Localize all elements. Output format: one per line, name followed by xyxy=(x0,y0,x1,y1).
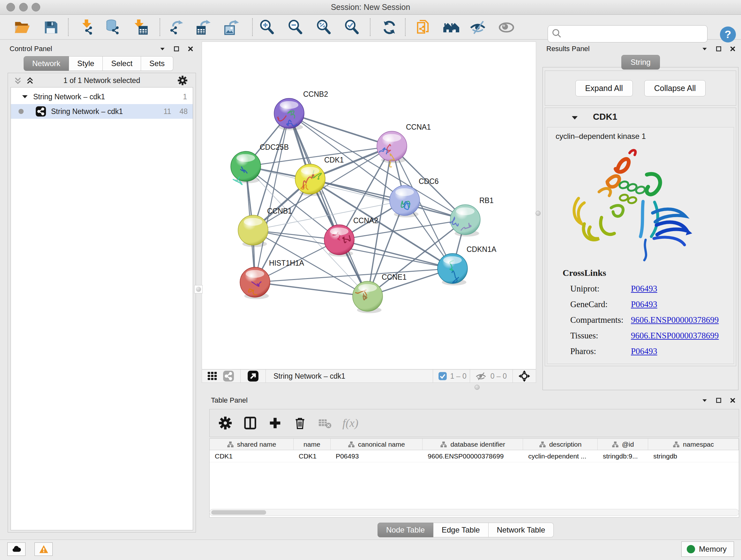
export-image-button[interactable] xyxy=(223,19,241,36)
table-row[interactable]: CDK1CDK1P064939606.ENSP00000378699cyclin… xyxy=(210,450,739,462)
network-node-CDC25B[interactable]: CDC25B xyxy=(231,143,289,185)
crosslinks-heading: CrossLinks xyxy=(562,268,734,278)
crosslink-label: GeneCard: xyxy=(570,300,631,309)
network-edge[interactable] xyxy=(255,268,453,282)
panel-menu-icon[interactable] xyxy=(159,45,166,52)
add-column-icon[interactable] xyxy=(268,416,282,430)
column-header-database-identifier[interactable]: database identifier xyxy=(422,439,523,450)
column-header-canonical-name[interactable]: canonical name xyxy=(331,439,423,450)
network-options-gear-icon[interactable] xyxy=(177,75,188,86)
crosslink-link[interactable]: P06493 xyxy=(631,347,657,356)
grid-mode-icon[interactable] xyxy=(207,371,218,381)
search-field[interactable] xyxy=(548,25,708,43)
tab-sets[interactable]: Sets xyxy=(141,56,173,71)
tab-select[interactable]: Select xyxy=(103,56,141,71)
warnings-button[interactable] xyxy=(35,543,53,556)
export-network-button[interactable] xyxy=(168,19,186,36)
collection-expander-icon[interactable] xyxy=(21,93,29,101)
network-edge[interactable] xyxy=(255,282,367,296)
show-columns-icon[interactable] xyxy=(243,416,258,430)
table-horizontal-scrollbar[interactable] xyxy=(209,509,739,516)
table-cell: cyclin-dependent ... xyxy=(523,450,598,462)
network-edge[interactable] xyxy=(310,179,465,220)
detach-view-icon[interactable] xyxy=(247,370,259,382)
network-node-RB1[interactable]: RB1 xyxy=(450,196,494,237)
network-edge[interactable] xyxy=(289,113,392,146)
delete-column-trash-icon[interactable] xyxy=(293,416,307,430)
search-input[interactable] xyxy=(562,30,707,38)
network-node-CDK1[interactable]: CDK1 xyxy=(295,156,344,196)
column-header-@id[interactable]: @id xyxy=(598,439,648,450)
column-header-description[interactable]: description xyxy=(523,439,598,450)
panel-menu-icon[interactable] xyxy=(701,397,708,404)
apply-layout-button[interactable] xyxy=(381,19,398,36)
collapse-all-button[interactable]: Collapse All xyxy=(644,80,706,97)
crosslink-link[interactable]: P06493 xyxy=(631,300,657,309)
tab-network[interactable]: Network xyxy=(23,56,69,71)
birdseye-navigator-icon[interactable] xyxy=(518,370,531,382)
import-network-from-file-button[interactable] xyxy=(78,19,96,36)
panel-close-icon[interactable] xyxy=(729,45,736,52)
tab-network-table[interactable]: Network Table xyxy=(488,523,554,537)
network-edge[interactable] xyxy=(289,113,367,296)
column-header-namespac[interactable]: namespac xyxy=(648,439,739,450)
horizontal-splitter-handle[interactable] xyxy=(475,385,480,390)
edge-layer xyxy=(246,113,465,296)
hide-selected-button[interactable] xyxy=(469,19,487,36)
zoomfit-icon xyxy=(315,19,333,36)
tab-node-table[interactable]: Node Table xyxy=(378,523,433,537)
tab-edge-table[interactable]: Edge Table xyxy=(433,523,488,537)
network-canvas[interactable]: CCNB2 CCNA1 CDC25B CDK1 CDC6 RB1 CCNB1 xyxy=(202,42,536,369)
network-node-CDKN1A[interactable]: CDKN1A xyxy=(437,245,496,286)
cloud-button[interactable] xyxy=(7,543,25,556)
export-table-button[interactable] xyxy=(195,19,212,36)
results-panel: Results Panel String Expand All Collapse… xyxy=(540,42,741,391)
network-mode-icon[interactable] xyxy=(222,370,234,382)
network-row-selected[interactable]: String Network – cdk1 11 48 xyxy=(11,104,193,119)
network-graph[interactable]: CCNB2 CCNA1 CDC25B CDK1 CDC6 RB1 CCNB1 xyxy=(202,42,536,369)
zoom-selected-button[interactable] xyxy=(343,19,361,36)
network-name: String Network – cdk1 xyxy=(51,107,123,116)
network-edge[interactable] xyxy=(255,113,289,282)
crosslink-row: Tissues:9606.ENSP00000378699 xyxy=(570,331,734,341)
network-edge-count: 48 xyxy=(179,107,188,116)
panel-float-icon[interactable] xyxy=(715,45,722,52)
zoom-out-button[interactable] xyxy=(286,19,305,36)
selected-checkbox-icon[interactable] xyxy=(438,372,447,381)
scrollbar-thumb[interactable] xyxy=(211,510,266,515)
expand-all-button[interactable]: Expand All xyxy=(576,80,633,97)
network-collection-row[interactable]: String Network – cdk1 1 xyxy=(11,89,193,104)
left-splitter-handle[interactable] xyxy=(194,285,203,294)
show-hidden-button[interactable] xyxy=(497,19,515,36)
network-list: String Network – cdk1 1 String Network –… xyxy=(10,87,193,530)
open-session-button[interactable] xyxy=(13,19,31,36)
column-header-name[interactable]: name xyxy=(293,439,330,450)
control-panel-title: Control Panel xyxy=(10,45,52,53)
panel-float-icon[interactable] xyxy=(173,45,180,52)
save-session-button[interactable] xyxy=(42,19,60,36)
panel-menu-icon[interactable] xyxy=(701,45,708,52)
show-all-button[interactable] xyxy=(442,19,460,36)
import-network-from-database-button[interactable] xyxy=(104,19,122,36)
crosslink-link[interactable]: 9606.ENSP00000378699 xyxy=(631,315,719,325)
network-node-CCNA1[interactable]: CCNA1 xyxy=(377,123,431,167)
panel-close-icon[interactable] xyxy=(729,397,736,404)
column-label: @id xyxy=(622,441,634,448)
crosslink-link[interactable]: P06493 xyxy=(631,284,657,294)
gene-expander-icon[interactable] xyxy=(570,114,579,122)
duplicate-network-button[interactable] xyxy=(414,19,432,36)
exportnet-icon xyxy=(168,19,186,36)
crosslink-link[interactable]: 9606.ENSP00000378699 xyxy=(631,331,719,341)
network-node-CCNB2[interactable]: CCNB2 xyxy=(274,90,328,130)
panel-close-icon[interactable] xyxy=(187,45,194,52)
table-settings-gear-icon[interactable] xyxy=(218,416,232,430)
tab-string[interactable]: String xyxy=(621,55,660,70)
column-header-shared-name[interactable]: shared name xyxy=(210,439,293,450)
tab-style[interactable]: Style xyxy=(69,56,103,71)
zoom-fit-button[interactable] xyxy=(315,19,333,36)
help-button[interactable]: ? xyxy=(720,26,736,43)
import-table-from-file-button[interactable] xyxy=(131,19,149,36)
memory-button[interactable]: Memory xyxy=(681,542,734,557)
panel-float-icon[interactable] xyxy=(715,397,722,404)
zoom-in-button[interactable] xyxy=(258,19,276,36)
